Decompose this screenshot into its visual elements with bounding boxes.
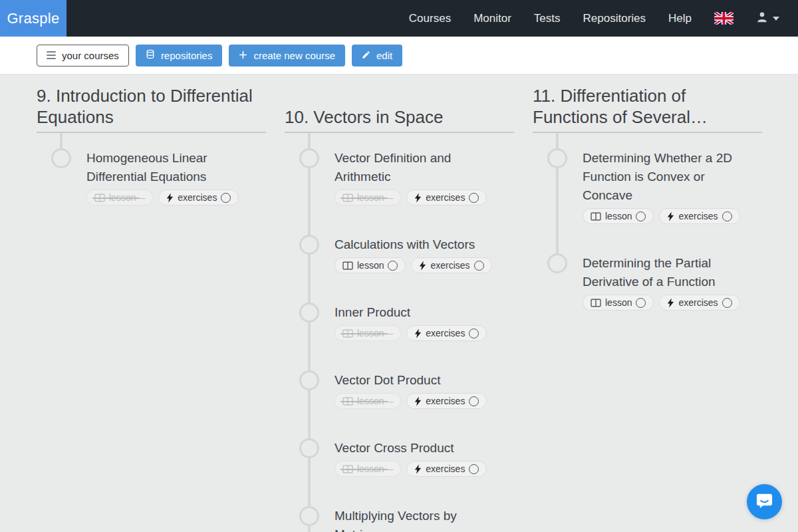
lesson-status-dash: – [388, 396, 393, 406]
subject-badges: lesson – exercises [334, 325, 514, 341]
lesson-badge[interactable]: lesson – [334, 393, 401, 409]
lesson-badge[interactable]: lesson – [334, 257, 406, 273]
exercises-status-circle [474, 261, 484, 271]
nav-item-repositories[interactable]: Repositories [583, 12, 646, 25]
subject-item: Determining Whether a 2D Function is Con… [533, 149, 762, 224]
exercises-label: exercises [430, 260, 469, 271]
navbar-menu: CoursesMonitorTestsRepositoriesHelp [409, 0, 798, 37]
lesson-badge[interactable]: lesson – [86, 190, 153, 205]
exercises-status-circle [221, 193, 231, 203]
grasple-logo[interactable]: Grasple [0, 0, 66, 37]
bolt-icon [667, 298, 674, 308]
exercises-label: exercises [678, 297, 718, 308]
lesson-badge[interactable]: lesson – [334, 190, 401, 205]
user-menu[interactable] [756, 11, 779, 25]
bolt-icon [414, 396, 422, 406]
timeline-node[interactable] [299, 303, 319, 323]
subject-item: Vector Definition and Arithmetic lesson … [285, 149, 514, 205]
lesson-label: lesson [357, 396, 384, 406]
course-title[interactable]: 11. Differentiation of Functions of Seve… [533, 85, 762, 128]
subject-item: Vector Dot Product lesson – [285, 371, 514, 409]
lesson-status-circle [388, 261, 398, 271]
timeline-node[interactable] [299, 235, 319, 255]
subject-item: Homogeneous Linear Differential Equation… [37, 149, 266, 205]
subject-title[interactable]: Inner Product [334, 303, 507, 322]
lesson-status-dash: – [388, 329, 393, 338]
nav-item-help[interactable]: Help [668, 12, 692, 25]
exercises-badge[interactable]: exercises [158, 190, 239, 205]
subject-item: Calculations with Vectors lesson – [285, 235, 514, 273]
timeline-node[interactable] [547, 253, 567, 273]
exercises-label: exercises [426, 464, 465, 474]
exercises-badge[interactable]: exercises [406, 325, 487, 341]
bolt-icon [667, 211, 674, 221]
lesson-label: lesson [605, 297, 632, 308]
subject-title[interactable]: Multiplying Vectors by Matrices [334, 507, 507, 532]
course-column-header: 11. Differentiation of Functions of Seve… [533, 74, 762, 133]
course-column: 9. Introduction to Differential Equation… [37, 74, 266, 532]
subject-title[interactable]: Calculations with Vectors [334, 235, 507, 254]
exercises-label: exercises [178, 192, 217, 203]
lesson-badge[interactable]: lesson – [334, 461, 401, 477]
lesson-badge[interactable]: lesson – [334, 325, 401, 341]
exercises-badge[interactable]: exercises [406, 461, 487, 477]
lesson-status-dash: – [140, 193, 145, 202]
course-column: 11. Differentiation of Functions of Seve… [533, 74, 762, 532]
lesson-label: lesson [109, 192, 136, 203]
timeline-node[interactable] [299, 438, 319, 458]
book-icon [342, 194, 353, 202]
exercises-status-circle [469, 193, 479, 203]
create-new-course-button[interactable]: create new course [229, 45, 345, 66]
course-title[interactable]: 9. Introduction to Differential Equation… [37, 85, 266, 128]
course-title[interactable]: 10. Vectors in Space [285, 106, 443, 128]
subject-title[interactable]: Determining the Partial Derivative of a … [583, 254, 755, 291]
nav-item-monitor[interactable]: Monitor [473, 12, 511, 25]
subject-badges: lesson – exercises [334, 257, 514, 273]
subject-item: Vector Cross Product lesson – [285, 439, 514, 477]
subject-title[interactable]: Vector Definition and Arithmetic [334, 149, 507, 186]
book-icon [342, 397, 353, 406]
book-icon [342, 261, 353, 270]
subject-item: Inner Product lesson – [285, 303, 514, 341]
book-icon [591, 299, 601, 307]
lesson-status-dash: – [388, 464, 393, 473]
exercises-badge[interactable]: exercises [411, 257, 491, 273]
exercises-label: exercises [678, 211, 718, 221]
exercises-badge[interactable]: exercises [659, 295, 739, 311]
book-icon [94, 194, 105, 202]
menu-icon [47, 51, 56, 59]
edit-label: edit [376, 50, 392, 61]
subject-title[interactable]: Vector Dot Product [334, 371, 507, 390]
chat-launcher-button[interactable] [747, 484, 782, 519]
bolt-icon [166, 193, 174, 203]
subject-badges: lesson – exercises [334, 190, 514, 205]
lesson-label: lesson [357, 328, 384, 338]
timeline-node[interactable] [299, 370, 319, 390]
exercises-badge[interactable]: exercises [406, 393, 487, 409]
lesson-timeline: Vector Definition and Arithmetic lesson … [285, 133, 514, 532]
lesson-badge[interactable]: lesson – [583, 295, 654, 311]
lesson-badge[interactable]: lesson – [583, 208, 654, 224]
subject-badges: lesson – exercises [334, 393, 514, 409]
subject-badges: lesson – exercises [86, 190, 266, 205]
timeline-node[interactable] [299, 148, 319, 168]
subject-title[interactable]: Homogeneous Linear Differential Equation… [86, 149, 259, 186]
exercises-badge[interactable]: exercises [659, 208, 739, 224]
timeline-node[interactable] [547, 148, 567, 168]
exercises-status-circle [469, 464, 479, 474]
nav-item-courses[interactable]: Courses [409, 12, 451, 25]
subject-title[interactable]: Vector Cross Product [334, 439, 507, 458]
subject-title[interactable]: Determining Whether a 2D Function is Con… [583, 149, 755, 205]
timeline-node[interactable] [299, 506, 319, 526]
top-navbar: Grasple CoursesMonitorTestsRepositoriesH… [0, 0, 798, 37]
repositories-button[interactable]: repositories [136, 45, 223, 66]
exercises-badge[interactable]: exercises [406, 190, 487, 205]
uk-flag-icon[interactable] [714, 12, 733, 25]
book-icon [591, 212, 601, 221]
edit-button[interactable]: edit [352, 45, 402, 66]
timeline-node[interactable] [51, 148, 71, 168]
bolt-icon [414, 464, 422, 474]
your-courses-button[interactable]: your courses [37, 45, 129, 66]
nav-item-tests[interactable]: Tests [534, 12, 561, 25]
lesson-label: lesson [605, 211, 632, 221]
